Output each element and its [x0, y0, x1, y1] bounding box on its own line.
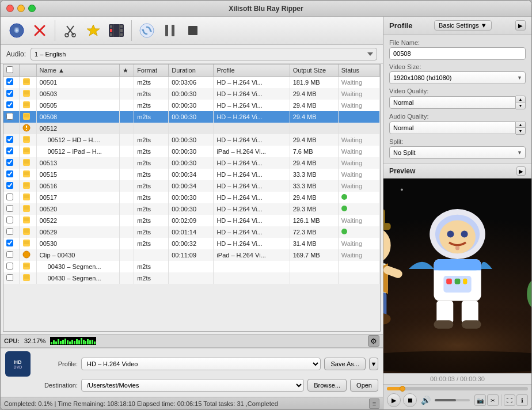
star-button[interactable] [83, 20, 104, 41]
table-row[interactable]: Clip – 0043000:11:09iPad – H.264 Vi...16… [3, 249, 380, 261]
row-checkbox[interactable] [6, 136, 13, 143]
row-checkbox[interactable] [6, 147, 13, 154]
table-row[interactable]: 00512 – iPad – H...m2ts00:00:30iPad – H.… [3, 146, 380, 157]
cut-button[interactable] [60, 20, 81, 41]
row-checkbox[interactable] [6, 251, 13, 258]
svg-point-140 [401, 188, 403, 191]
play-button[interactable]: ▶ [387, 393, 401, 407]
table-row[interactable]: 00430 – Segmen...m2ts [3, 272, 380, 284]
open-button[interactable]: Open [350, 379, 378, 392]
table-row[interactable]: 00503m2ts00:00:30HD – H.264 Vi...29.4 MB… [3, 88, 380, 100]
minimize-button[interactable] [17, 5, 25, 12]
audio-quality-input[interactable] [389, 122, 516, 134]
save-as-button[interactable]: Save As... [324, 358, 366, 370]
video-quality-up[interactable]: ▲ [516, 96, 525, 102]
volume-slider[interactable] [435, 399, 470, 401]
table-row[interactable]: 00513m2ts00:00:30HD – H.264 Vi...29.4 MB… [3, 157, 380, 169]
select-all-checkbox[interactable] [6, 66, 13, 73]
row-format [134, 123, 169, 134]
destination-select[interactable]: /Users/test/Movies [81, 379, 304, 392]
file-name-input[interactable] [389, 47, 526, 60]
clip-button[interactable]: ✂ [487, 394, 499, 406]
video-quality-input[interactable] [389, 96, 516, 109]
row-name: 00503 [36, 88, 119, 100]
close-button[interactable] [6, 5, 14, 12]
row-duration: 00:02:09 [169, 215, 214, 226]
basic-settings-button[interactable]: Basic Settings ▼ [434, 20, 492, 31]
row-output-size [290, 261, 338, 272]
row-status: Waiting [338, 180, 379, 192]
audio-quality-down[interactable]: ▼ [516, 128, 525, 134]
green-status-dot [341, 206, 347, 211]
table-row[interactable]: 00522m2ts00:02:09HD – H.264 Vi...126.1 M… [3, 215, 380, 226]
profile-expand-button[interactable]: ▶ [515, 20, 526, 31]
preview-expand-button[interactable]: ▶ [516, 166, 526, 176]
video-quality-stepper: ▲ ▼ [516, 96, 526, 109]
row-checkbox[interactable] [6, 90, 13, 97]
stop-playback-button[interactable]: ⏹ [403, 393, 417, 407]
save-as-dropdown-button[interactable]: ▼ [369, 358, 378, 370]
screenshot-button[interactable]: 📷 [474, 394, 486, 406]
file-list-scroll[interactable]: Name ▲ ★ Format Duration Profile Output … [3, 64, 381, 332]
row-profile: HD – H.264 Vi... [214, 157, 290, 169]
table-row[interactable]: 00505m2ts00:00:30HD – H.264 Vi...29.4 MB… [3, 100, 380, 111]
row-checkbox[interactable] [6, 113, 13, 120]
pause-button[interactable] [159, 20, 180, 41]
row-checkbox[interactable] [6, 101, 13, 108]
table-row[interactable]: 00517m2ts00:00:30HD – H.264 Vi...29.4 MB [3, 192, 380, 203]
row-checkbox[interactable] [6, 205, 13, 212]
audio-select[interactable]: 1 – English [31, 48, 377, 60]
table-row[interactable]: 00529m2ts00:01:14HD – H.264 Vi...72.3 MB [3, 226, 380, 238]
table-row[interactable]: 00515m2ts00:00:34HD – H.264 Vi...33.3 MB… [3, 169, 380, 180]
convert-button[interactable] [136, 20, 157, 41]
table-row[interactable]: 00520m2ts00:00:30HD – H.264 Vi...29.3 MB [3, 203, 380, 215]
cpu-bar-segment [81, 338, 82, 344]
status-options-button[interactable]: ≡ [369, 398, 379, 409]
col-profile-header[interactable]: Profile [214, 64, 290, 77]
col-name-header[interactable]: Name ▲ [36, 64, 119, 77]
col-size-header[interactable]: Output Size [290, 64, 338, 77]
col-status-header[interactable]: Status [338, 64, 379, 77]
table-row[interactable]: 00512 – HD – H....m2ts00:00:30HD – H.264… [3, 134, 380, 146]
remove-button[interactable] [29, 20, 50, 41]
maximize-button[interactable] [28, 5, 36, 12]
row-checkbox[interactable] [6, 240, 13, 246]
row-checkbox[interactable] [6, 217, 13, 223]
browse-button[interactable]: Browse... [307, 379, 347, 392]
row-checkbox[interactable] [6, 78, 13, 85]
profile-select[interactable]: HD – H.264 Video [81, 358, 321, 370]
fullscreen-button[interactable]: ⛶ [504, 394, 515, 406]
table-row[interactable]: 00512 [3, 123, 380, 134]
row-checkbox[interactable] [6, 274, 13, 281]
row-checkbox[interactable] [6, 228, 13, 235]
split-select[interactable]: No Split [389, 146, 526, 159]
row-checkbox[interactable] [6, 159, 13, 166]
col-duration-header[interactable]: Duration [169, 64, 214, 77]
row-checkbox[interactable] [6, 193, 13, 200]
add-disc-button[interactable] [6, 20, 27, 41]
info-button[interactable]: ℹ [516, 394, 528, 406]
row-checkbox[interactable] [6, 170, 13, 177]
row-checkbox[interactable] [6, 182, 13, 189]
table-row[interactable]: 00516m2ts00:00:34HD – H.264 Vi...33.3 MB… [3, 180, 380, 192]
stop-button[interactable] [183, 20, 203, 41]
row-name: 00513 [36, 157, 119, 169]
audio-quality-up[interactable]: ▲ [516, 122, 525, 128]
svg-point-3 [14, 27, 19, 29]
row-checkbox[interactable] [6, 263, 13, 269]
table-row[interactable]: 00508m2ts00:00:30HD – H.264 Vi...29.4 MB [3, 111, 380, 123]
video-quality-down[interactable]: ▼ [516, 102, 525, 109]
col-format-header[interactable]: Format [134, 64, 169, 77]
row-duration: 00:00:30 [169, 134, 214, 146]
col-star-header[interactable]: ★ [119, 64, 134, 77]
progress-handle[interactable] [400, 386, 405, 392]
settings-button[interactable]: ⚙ [368, 335, 379, 347]
row-output-size: 126.1 MB [290, 215, 338, 226]
video-size-select[interactable]: 1920x1080 (hd1080) [389, 71, 526, 84]
table-row[interactable]: 00501m2ts00:03:06HD – H.264 Vi...181.9 M… [3, 77, 380, 89]
clip-editor-button[interactable] [106, 20, 127, 41]
progress-bar[interactable] [387, 387, 528, 390]
table-row[interactable]: 00530m2ts00:00:32HD – H.264 Vi...31.4 MB… [3, 238, 380, 249]
row-profile: HD – H.264 Vi... [214, 226, 290, 238]
table-row[interactable]: 00430 – Segmen...m2ts [3, 261, 380, 272]
